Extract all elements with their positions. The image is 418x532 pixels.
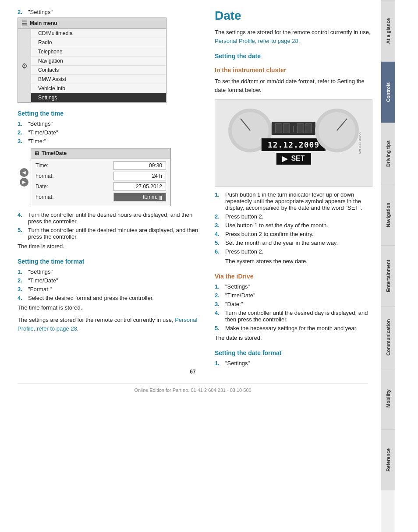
set-label: SET <box>291 155 305 162</box>
df-step-1-label: "Settings" <box>225 360 250 366</box>
time-step-4: 4. Turn the controller until the desired… <box>18 211 202 225</box>
left-column: 2. "Settings" ☰ Main menu ⚙ CD/Multimedi… <box>18 9 202 369</box>
arrow-up[interactable]: ◀ <box>20 168 28 177</box>
gear-icon: ⚙ <box>21 62 28 70</box>
time-step-1: 1. "Settings" <box>18 120 202 127</box>
date-intro-suffix: . <box>298 38 300 44</box>
time-format-stored-text: The time format is stored. <box>18 303 202 312</box>
svg-line-0 <box>241 119 250 130</box>
time-step-num-5: 5. <box>18 227 25 240</box>
sidebar-tab-communication[interactable]: Communication <box>381 307 395 368</box>
setting-time-heading: Setting the time <box>18 110 202 117</box>
time-step-2: 2. "Time/Date" <box>18 129 202 136</box>
df-step-num-1: 1. <box>215 360 223 366</box>
cluster-step-3-text: Use button 1 to set the day of the month… <box>225 222 328 229</box>
setting-date-format-heading: Setting the date format <box>215 349 372 356</box>
set-arrow-icon: ▶ <box>282 155 287 163</box>
date-intro-text: The settings are stored for the remote c… <box>215 29 371 35</box>
idrive-step-num-4: 4. <box>215 310 223 323</box>
sidebar-tab-at-a-glance[interactable]: At a glance <box>381 0 395 61</box>
cluster-step-num-6: 6. <box>215 248 223 255</box>
step-number-2: 2. <box>18 9 25 15</box>
digit-box-2 <box>283 123 290 133</box>
cluster-step-5-text: Set the month and the year in the same w… <box>225 240 338 246</box>
time-step-2-label: "Time/Date" <box>28 129 58 136</box>
main-content: 2. "Settings" ☰ Main menu ⚙ CD/Multimedi… <box>0 0 381 532</box>
menu-items-column: CD/Multimedia Radio Telephone Navigation… <box>31 29 166 102</box>
tf-step-num-1: 1. <box>18 268 25 275</box>
tf-step-2-label: "Time/Date" <box>28 277 58 284</box>
idrive-step-5-text: Make the necessary settings for the mont… <box>225 325 358 331</box>
cluster-step-6-text: Press button 2. <box>225 248 263 255</box>
cluster-description: To set the dd/mm or mm/dd date format, r… <box>215 77 372 95</box>
td-date-value: 27.05.2012 <box>113 182 166 191</box>
sidebar-tab-driving-tips[interactable]: Driving tips <box>381 123 395 184</box>
td-date-row: Date: 27.05.2012 <box>35 182 166 191</box>
menu-left-section: ⚙ CD/Multimedia Radio Telephone Navigati… <box>18 29 166 102</box>
tf-step-num-4: 4. <box>18 295 25 301</box>
step-2-label: "Settings" <box>28 9 53 15</box>
idrive-step-5: 5. Make the necessary settings for the m… <box>215 325 372 331</box>
sidebar-tab-controls[interactable]: Controls <box>381 61 395 123</box>
idrive-step-1-label: "Settings" <box>225 283 250 290</box>
idrive-step-num-1: 1. <box>215 283 223 290</box>
date-personal-profile-link[interactable]: Personal Profile, refer to page 28 <box>215 38 298 44</box>
cluster-step-num-2: 2. <box>215 213 223 220</box>
time-step-3: 3. "Time:" <box>18 138 202 144</box>
menu-item-bmw-assist[interactable]: BMW Assist <box>31 75 166 84</box>
tf-step-4: 4. Select the desired format and press t… <box>18 295 202 301</box>
menu-item-radio[interactable]: Radio <box>31 38 166 47</box>
sidebar-tab-reference[interactable]: Reference <box>381 429 395 490</box>
time-date-rows: Time: 09:30 Format: 24 h Date: 27.05.201… <box>31 159 170 206</box>
cluster-step-4: 4. Press button 2 to confirm the entry. <box>215 231 372 237</box>
td-format-label: Format: <box>35 173 71 179</box>
idrive-step-4-text: Turn the controller until the desired da… <box>225 310 372 323</box>
right-column: Date The settings are stored for the rem… <box>215 9 372 369</box>
idrive-step-4: 4. Turn the controller until the desired… <box>215 310 372 323</box>
sidebar-tab-entertainment[interactable]: Entertainment <box>381 245 395 307</box>
td-dateformat-label: Format: <box>35 194 71 200</box>
td-time-row: Time: 09:30 <box>35 161 166 170</box>
cluster-step-num-1: 1. <box>215 191 223 211</box>
idrive-step-2: 2. "Time/Date" <box>215 292 372 299</box>
digit-group-left <box>275 123 290 133</box>
time-date-menu-title: ⊞ Time/Date <box>31 148 170 159</box>
cluster-step-2: 2. Press button 2. <box>215 213 372 220</box>
tf-step-2: 2. "Time/Date" <box>18 277 202 284</box>
step-2-settings: 2. "Settings" <box>18 9 202 15</box>
tf-step-4-text: Select the desired format and press the … <box>28 295 154 301</box>
menu-item-contacts[interactable]: Contacts <box>31 66 166 75</box>
menu-item-vehicle-info[interactable]: Vehicle Info <box>31 84 166 93</box>
cluster-step-6: 6. Press button 2. <box>215 248 372 255</box>
main-menu-icon: ☰ <box>21 20 27 27</box>
menu-item-navigation[interactable]: Navigation <box>31 56 166 66</box>
td-dateformat-row: Format: tt.mm.jjjj <box>35 193 166 201</box>
sidebar-tab-navigation[interactable]: Navigation <box>381 184 395 245</box>
main-menu-title-row: ☰ Main menu <box>18 18 166 29</box>
td-format-value: 24 h <box>113 172 166 180</box>
setting-date-heading: Setting the date <box>215 53 372 60</box>
settings-stored-left: The settings are stored for the remote c… <box>18 316 202 333</box>
footer-text: Online Edition for Part no. 01 41 2 604 … <box>18 384 368 395</box>
time-date-icon: ⊞ <box>35 150 39 156</box>
time-step-num-1: 1. <box>18 120 25 127</box>
via-idrive-heading: Via the iDrive <box>215 273 372 280</box>
cluster-step-5: 5. Set the month and the year in the sam… <box>215 240 372 246</box>
cluster-steps: 1. Push button 1 in the turn indicator l… <box>215 191 372 255</box>
time-step-1-label: "Settings" <box>28 120 53 127</box>
menu-item-cdmultimedia[interactable]: CD/Multimedia <box>31 29 166 38</box>
idrive-step-num-2: 2. <box>215 292 223 299</box>
cluster-step-1-text: Push button 1 in the turn indicator leve… <box>225 191 372 211</box>
menu-item-settings[interactable]: Settings <box>31 93 166 102</box>
cluster-step-1: 1. Push button 1 in the turn indicator l… <box>215 191 372 211</box>
cluster-step-4-text: Press button 2 to confirm the entry. <box>225 231 313 237</box>
instrument-cluster-image: | 12.12.2009 ▶ SET <box>215 99 372 187</box>
arrow-down[interactable]: ▶ <box>20 178 28 187</box>
menu-item-telephone[interactable]: Telephone <box>31 47 166 56</box>
main-menu-title: Main menu <box>30 20 57 26</box>
sidebar-tab-mobility[interactable]: Mobility <box>381 368 395 429</box>
idrive-step-3: 3. "Date:" <box>215 301 372 307</box>
idrive-step-num-3: 3. <box>215 301 223 307</box>
tf-step-1: 1. "Settings" <box>18 268 202 275</box>
time-step-4-text: Turn the controller until the desired ho… <box>28 211 202 225</box>
